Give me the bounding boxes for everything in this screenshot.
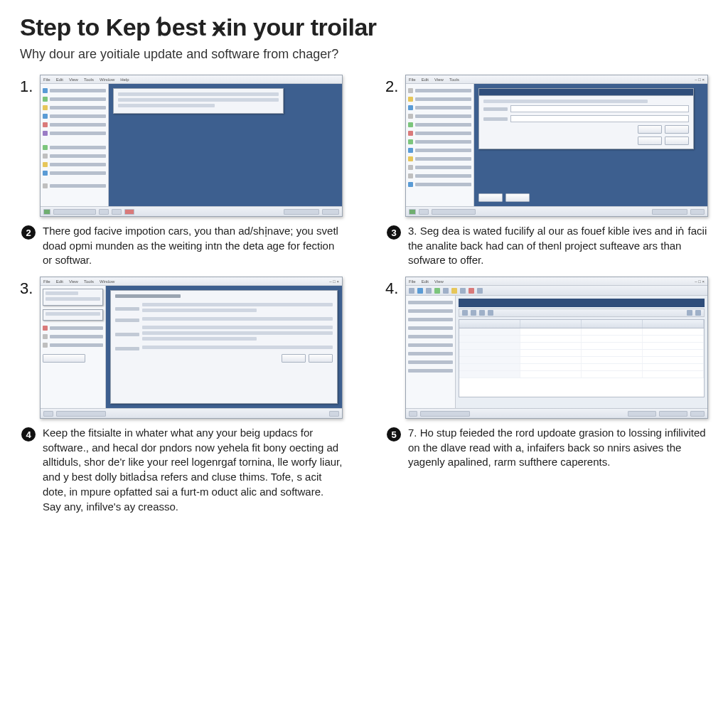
caption-text: There god facive impotion cars, you than…	[43, 224, 343, 268]
screenshot-1: FileEditViewToolsWindowHelp	[40, 75, 343, 217]
window-panel	[113, 88, 284, 114]
close-button[interactable]	[665, 136, 689, 145]
caption-badge: 2	[21, 225, 36, 240]
screenshot-3: FileEditViewToolsWindow – □ ×	[40, 277, 343, 419]
caption-text: Keep the fitsialte in whater what any yo…	[43, 426, 343, 514]
taskbar	[41, 206, 342, 216]
apply-button[interactable]	[638, 136, 662, 145]
dialog-button[interactable]	[505, 193, 530, 202]
step-number: 1.	[20, 75, 40, 96]
step-caption: 4 Keep the fitsialte in whater what any …	[20, 426, 343, 514]
toolbar	[406, 286, 707, 296]
toolbar-icon[interactable]	[417, 288, 423, 294]
toolbar-icon[interactable]	[477, 288, 483, 294]
sidebar	[406, 296, 456, 408]
caption-badge: 3	[387, 225, 401, 240]
step-cell: 2. FileEditViewTools – □ ×	[385, 75, 708, 268]
step-number: 3.	[20, 277, 40, 298]
caption-badge: 4	[21, 427, 36, 441]
step-number: 2.	[385, 75, 405, 96]
step-cell: 1. FileEditViewToolsWindowHelp	[20, 75, 343, 268]
sidebar	[41, 286, 106, 408]
toolbar-icon[interactable]	[469, 288, 474, 294]
caption-badge: 5	[387, 427, 401, 441]
toolbar-icon[interactable]	[451, 288, 457, 294]
toolbar-icon[interactable]	[460, 288, 466, 294]
menubar: FileEditViewTools – □ ×	[406, 75, 707, 84]
caption-text: 7. Ho stup feieded the rord updoate gras…	[408, 426, 708, 470]
step-caption: 2 There god facive impotion cars, you th…	[20, 224, 343, 268]
sidebar-button[interactable]	[43, 354, 85, 363]
page-subtitle: Why dour are yoitiale update and softwar…	[20, 47, 708, 62]
dialog-button[interactable]	[478, 193, 503, 202]
caption-text: 3. Seg dea is wated fucilify al our as f…	[408, 224, 708, 268]
panel-header	[459, 299, 705, 307]
dialog-box	[478, 88, 694, 149]
data-table[interactable]	[459, 319, 705, 397]
toolbar-icon[interactable]	[409, 288, 414, 294]
taskbar	[406, 206, 707, 216]
toolbar-icon[interactable]	[443, 288, 449, 294]
step-cell: 3. FileEditViewToolsWindow – □ ×	[20, 277, 343, 514]
sidebar	[41, 84, 109, 206]
toolbar-icon[interactable]	[426, 288, 432, 294]
ok-button[interactable]	[282, 354, 306, 363]
cancel-button[interactable]	[309, 354, 333, 363]
ok-button[interactable]	[638, 125, 662, 134]
screenshot-4: FileEditView – □ ×	[405, 277, 708, 419]
step-number: 4.	[385, 277, 405, 298]
step-cell: 4. FileEditView – □ ×	[385, 277, 708, 514]
taskbar	[41, 408, 342, 418]
screenshot-2: FileEditViewTools – □ ×	[405, 75, 708, 217]
text-input[interactable]	[510, 105, 689, 112]
menubar: FileEditViewToolsWindow – □ ×	[41, 277, 342, 286]
taskbar	[406, 408, 707, 418]
sidebar	[406, 84, 474, 206]
dialog-titlebar	[479, 89, 693, 96]
text-input[interactable]	[510, 115, 689, 122]
page-title: Step to Kep ƅest ӿin your troilar	[20, 13, 708, 41]
step-caption: 3 3. Seg dea is wated fucilify al our as…	[385, 224, 708, 268]
toolbar-icon[interactable]	[434, 288, 440, 294]
cancel-button[interactable]	[665, 125, 689, 134]
settings-panel	[110, 290, 338, 404]
menubar: FileEditViewToolsWindowHelp	[41, 75, 342, 84]
step-caption: 5 7. Ho stup feieded the rord updoate gr…	[385, 426, 708, 470]
steps-grid: 1. FileEditViewToolsWindowHelp	[20, 75, 708, 514]
menubar: FileEditView – □ ×	[406, 277, 707, 286]
